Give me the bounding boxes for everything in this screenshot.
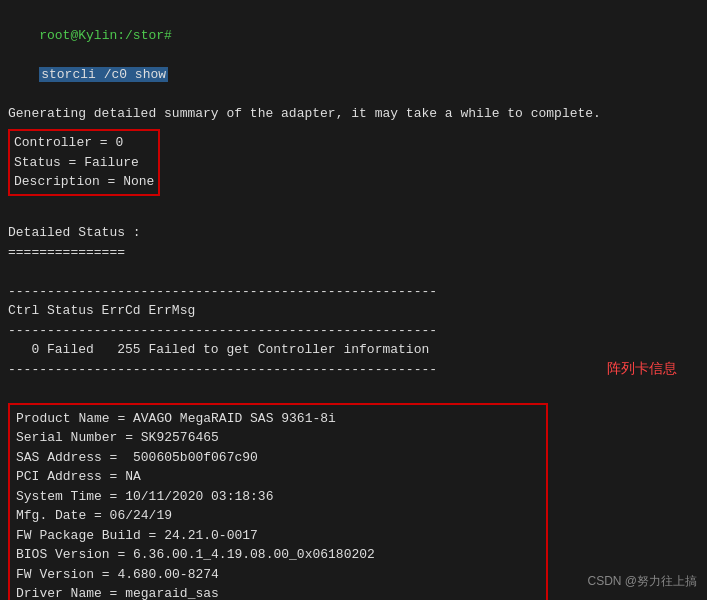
prompt-line: root@Kylin:/stor# storcli /c0 show	[8, 6, 699, 104]
system-time: System Time = 10/11/2020 03:18:36	[16, 487, 540, 507]
ctrl-header: Ctrl Status ErrCd ErrMsg	[8, 301, 699, 321]
driver-name: Driver Name = megaraid_sas	[16, 584, 540, 600]
watermark: CSDN @努力往上搞	[587, 573, 697, 590]
ctrl-data: 0 Failed 255 Failed to get Controller in…	[8, 340, 699, 360]
detailed-status-title: Detailed Status :	[8, 223, 699, 243]
blank-line	[8, 204, 699, 224]
sas-address: SAS Address = 500605b00f067c90	[16, 448, 540, 468]
dash-line1: ----------------------------------------…	[8, 282, 699, 302]
fw-package: FW Package Build = 24.21.0-0017	[16, 526, 540, 546]
pci-address: PCI Address = NA	[16, 467, 540, 487]
status-line: Status = Failure	[14, 153, 154, 173]
adapter-info-box: Product Name = AVAGO MegaRAID SAS 9361-8…	[8, 403, 548, 601]
controller-line: Controller = 0	[14, 133, 154, 153]
annotation-label: 阵列卡信息	[607, 360, 677, 378]
dash-line2: ----------------------------------------…	[8, 321, 699, 341]
terminal-window: root@Kylin:/stor# storcli /c0 show Gener…	[0, 0, 707, 600]
description-line: Description = None	[14, 172, 154, 192]
generating-line: Generating detailed summary of the adapt…	[8, 104, 699, 124]
dash-line3: ----------------------------------------…	[8, 360, 699, 380]
blank-line3	[8, 379, 699, 399]
equals-bar: ===============	[8, 243, 699, 263]
bios-version: BIOS Version = 6.36.00.1_4.19.08.00_0x06…	[16, 545, 540, 565]
product-name: Product Name = AVAGO MegaRAID SAS 9361-8…	[16, 409, 540, 429]
status-box: Controller = 0 Status = Failure Descript…	[8, 129, 160, 196]
fw-version: FW Version = 4.680.00-8274	[16, 565, 540, 585]
command-text: storcli /c0 show	[39, 67, 168, 82]
blank-line2	[8, 262, 699, 282]
serial-number: Serial Number = SK92576465	[16, 428, 540, 448]
mfg-date: Mfg. Date = 06/24/19	[16, 506, 540, 526]
prompt: root@Kylin:/stor#	[39, 28, 172, 43]
